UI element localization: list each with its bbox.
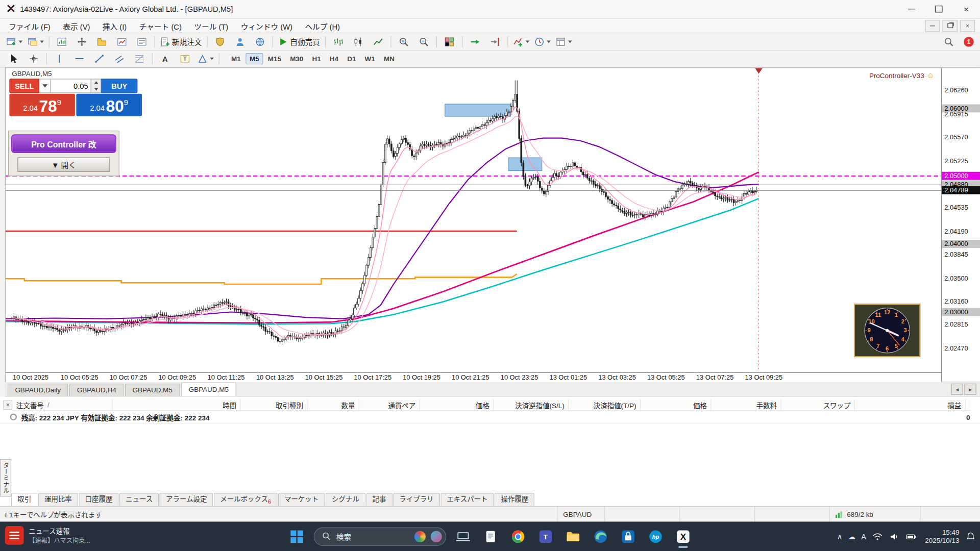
timeframe-mn-button[interactable]: MN — [380, 53, 399, 64]
algo-trading-button[interactable]: 自動売買 — [276, 34, 323, 49]
price-chart[interactable] — [6, 68, 941, 372]
notification-bell-icon[interactable] — [965, 531, 976, 542]
onedrive-icon[interactable]: ☁ — [848, 532, 856, 541]
chrome-button[interactable] — [507, 524, 529, 549]
timeframe-m15-button[interactable]: M15 — [264, 53, 285, 64]
favorites-button[interactable] — [92, 34, 112, 49]
sell-button[interactable]: SELL — [9, 79, 39, 93]
pro-controller-open-button[interactable]: ▼ 開く — [17, 158, 110, 172]
chart-tab-gbpaud-m5[interactable]: GBPAUD,M5 — [181, 382, 236, 396]
timeframe-d1-button[interactable]: D1 — [344, 53, 360, 64]
terminal-tab-articles[interactable]: 記事 — [366, 493, 392, 506]
chart-tab-gbpaud-m5[interactable]: GBPAUD,M5 — [125, 384, 180, 396]
column-header-0[interactable]: 注文番号/ — [12, 399, 112, 410]
time-axis[interactable]: 10 Oct 202510 Oct 05:2510 Oct 07:2510 Oc… — [6, 372, 941, 383]
menu-file[interactable]: ファイル (F) — [3, 19, 57, 32]
timeframe-h4-button[interactable]: H4 — [326, 53, 342, 64]
wifi-icon[interactable] — [872, 531, 883, 542]
profiles-button[interactable] — [25, 34, 46, 49]
terminal-tab-signals[interactable]: シグナル — [326, 493, 365, 506]
store-button[interactable] — [618, 524, 639, 549]
column-header-2[interactable]: 取引種別 — [240, 399, 307, 410]
chevron-up-icon[interactable]: ∧ — [837, 532, 843, 541]
menu-insert[interactable]: 挿入 (I) — [96, 19, 133, 32]
terminal-tab-library[interactable]: ライブラリ — [393, 493, 440, 506]
terminal-tab-journal[interactable]: 操作履歴 — [495, 493, 534, 506]
terminal-tab-alerts[interactable]: アラーム設定 — [160, 493, 213, 506]
objects-button[interactable] — [195, 51, 216, 66]
start-button[interactable] — [286, 524, 308, 549]
column-header-6[interactable]: 決済逆指値(S/L) — [494, 399, 569, 410]
chart-tab-gbpaud-daily[interactable]: GBPAUD,Daily — [8, 384, 68, 396]
mdi-minimize-button[interactable] — [925, 20, 940, 32]
notification-badge[interactable]: 1 — [964, 37, 974, 47]
equidistant-channel-button[interactable] — [109, 51, 129, 66]
column-header-5[interactable]: 価格 — [420, 399, 494, 410]
ime-icon[interactable]: A — [861, 532, 866, 541]
volume-decrease-button[interactable] — [91, 86, 101, 92]
timeframe-m1-button[interactable]: M1 — [228, 53, 244, 64]
search-highlight-icon[interactable] — [431, 531, 442, 542]
maximize-button[interactable] — [925, 0, 952, 18]
column-header-4[interactable]: 通貨ペア — [359, 399, 420, 410]
crosshair-button[interactable] — [24, 51, 44, 66]
candle-chart-type-button[interactable] — [348, 34, 368, 49]
web-terminal-button[interactable] — [250, 34, 270, 49]
cursor-button[interactable] — [4, 51, 23, 66]
chart-shift-button[interactable] — [485, 34, 505, 49]
search-icon[interactable] — [939, 34, 959, 49]
text-button[interactable]: A — [155, 51, 175, 66]
new-chart-button[interactable] — [4, 34, 25, 49]
horizontal-line-button[interactable] — [69, 51, 89, 66]
data-window-button[interactable] — [132, 34, 152, 49]
terminal-tab-mailbox[interactable]: メールボックス6 — [214, 493, 278, 506]
timeframe-w1-button[interactable]: W1 — [361, 53, 379, 64]
text-label-button[interactable]: T — [175, 51, 195, 66]
terminal-tab-trade[interactable]: 取引 — [11, 493, 37, 506]
metatrader-x-button[interactable]: X — [673, 524, 694, 549]
community-button[interactable] — [230, 34, 250, 49]
bing-icon[interactable] — [414, 531, 426, 542]
volume-icon[interactable] — [889, 531, 900, 542]
terminal-tab-history[interactable]: 口座履歴 — [79, 493, 118, 506]
minimize-button[interactable] — [897, 0, 925, 18]
timeframe-m30-button[interactable]: M30 — [286, 53, 307, 64]
edge-button[interactable] — [590, 524, 611, 549]
column-header-3[interactable]: 数量 — [307, 399, 359, 410]
desktop-app-button[interactable] — [453, 524, 474, 549]
column-header-8[interactable]: 価格 — [641, 399, 711, 410]
menu-view[interactable]: 表示 (V) — [57, 19, 96, 32]
zoom-in-button[interactable] — [394, 34, 413, 49]
auto-scroll-button[interactable] — [465, 34, 485, 49]
chart-window-button[interactable] — [112, 34, 132, 49]
terminal-tab-experts[interactable]: エキスパート — [440, 493, 494, 506]
terminal-side-tab[interactable]: ターミナル — [0, 459, 11, 496]
chart-tab-gbpaud-h4[interactable]: GBPAUD,H4 — [69, 384, 124, 396]
timeframe-h1-button[interactable]: H1 — [308, 53, 325, 64]
zoom-out-button[interactable] — [414, 34, 434, 49]
fibonacci-button[interactable] — [129, 51, 149, 66]
column-header-9[interactable]: 手数料 — [711, 399, 781, 410]
volume-dropdown[interactable] — [39, 79, 51, 93]
menu-tools[interactable]: ツール (T) — [188, 19, 234, 32]
terminal-tab-news[interactable]: ニュース — [119, 493, 159, 506]
timeframe-m5-button[interactable]: M5 — [246, 53, 263, 64]
column-header-1[interactable]: 時間 — [112, 399, 240, 410]
price-axis[interactable]: 2.062602.060002.059152.055702.052252.050… — [941, 68, 980, 382]
close-button[interactable]: × — [952, 0, 980, 18]
terminal-tab-exposure[interactable]: 運用比率 — [38, 493, 78, 506]
new-order-button[interactable]: 新規注文 — [158, 34, 205, 49]
trendline-button[interactable] — [89, 51, 109, 66]
column-header-11[interactable]: 損益 — [855, 399, 966, 410]
navigator-button[interactable] — [72, 34, 92, 49]
mdi-close-button[interactable]: × — [960, 20, 975, 32]
market-watch-button[interactable] — [52, 34, 72, 49]
periods-button[interactable] — [532, 34, 553, 49]
battery-icon[interactable] — [905, 531, 917, 542]
volume-input[interactable] — [51, 79, 91, 93]
buy-button[interactable]: BUY — [101, 79, 137, 93]
indicators-button[interactable] — [510, 34, 532, 49]
menu-help[interactable]: ヘルプ (H) — [299, 19, 346, 32]
toolbox-close-button[interactable]: × — [3, 400, 12, 410]
account-shield-button[interactable] — [210, 34, 230, 49]
